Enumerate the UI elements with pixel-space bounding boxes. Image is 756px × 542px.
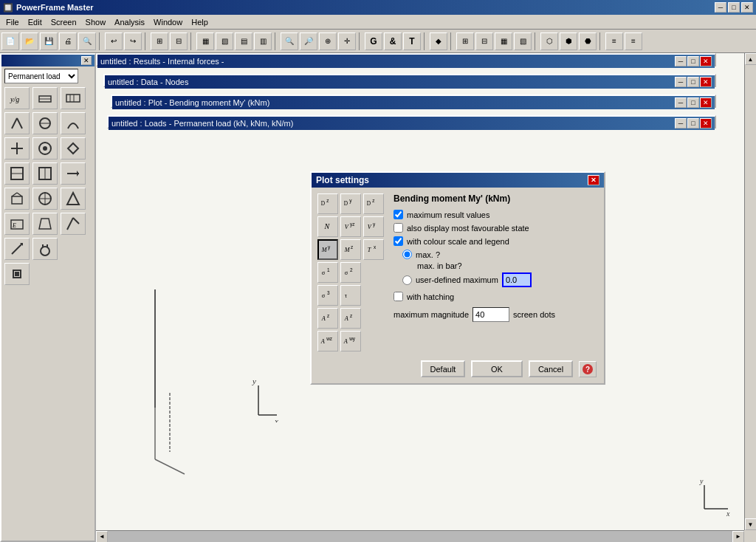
toolbar-print[interactable]: 🖨 <box>59 32 77 50</box>
tool-btn-2[interactable] <box>32 87 58 109</box>
toolbar-node[interactable]: ◆ <box>430 32 447 50</box>
tool-btn-16[interactable]: Ε <box>4 213 30 235</box>
mdi-min-plot[interactable]: ─ <box>675 97 687 108</box>
dlg-icon-awy1[interactable]: Awy <box>340 331 361 351</box>
mdi-min-data[interactable]: ─ <box>675 77 687 87</box>
toolbar-frame2[interactable]: ▧ <box>216 32 233 50</box>
toolbar-grid[interactable]: ⊞ <box>151 32 168 50</box>
toolbar-x2[interactable]: ≡ <box>625 32 642 50</box>
menu-screen[interactable]: Screen <box>47 16 81 28</box>
tool-btn-8[interactable] <box>32 137 58 159</box>
toolbar-snap[interactable]: ⊟ <box>170 32 188 50</box>
tool-btn-5[interactable] <box>32 112 58 134</box>
mdi-max-loads[interactable]: □ <box>687 118 699 128</box>
toolbar-extra1[interactable]: ⬡ <box>540 32 558 50</box>
tool-btn-1[interactable]: y/g <box>4 87 30 109</box>
toolbar-extra2[interactable]: ⬢ <box>560 32 577 50</box>
toolbar-undo[interactable]: ↩ <box>105 32 123 50</box>
toolbar-x1[interactable]: ≡ <box>605 32 623 50</box>
tool-btn-4[interactable] <box>4 112 30 134</box>
toolbar-zoom-in[interactable]: 🔍 <box>281 32 298 50</box>
checkbox-max-results-input[interactable] <box>394 210 403 219</box>
toolbar-zoom-out[interactable]: 🔎 <box>300 32 317 50</box>
toolbar-pan[interactable]: ✛ <box>338 32 356 50</box>
maximize-button[interactable]: □ <box>728 2 740 13</box>
toolbar-t[interactable]: T <box>403 32 421 50</box>
tool-btn-21[interactable] <box>4 263 30 285</box>
mdi-close-plot[interactable]: ✕ <box>700 97 712 108</box>
dlg-icon-tx[interactable]: Tx <box>363 239 384 260</box>
toolbar-more3[interactable]: ▦ <box>495 32 512 50</box>
tool-btn-11[interactable] <box>32 162 58 185</box>
menu-help[interactable]: Help <box>187 16 213 28</box>
toolbar-new[interactable]: 📄 <box>1 32 19 50</box>
checkbox-favourable-input[interactable] <box>394 223 403 233</box>
tool-btn-7[interactable] <box>4 137 30 159</box>
mdi-max-results[interactable]: □ <box>687 56 699 66</box>
menu-edit[interactable]: Edit <box>24 16 47 28</box>
radio-max-input[interactable] <box>402 250 412 259</box>
tool-btn-15[interactable] <box>61 188 86 210</box>
radio-user-defined-input[interactable] <box>402 275 412 285</box>
vertical-scrollbar[interactable]: ▲ ▼ <box>744 53 756 530</box>
toolbar-frame[interactable]: ▦ <box>196 32 214 50</box>
default-button[interactable]: Default <box>421 360 465 377</box>
dlg-icon-r1[interactable]: σ3 <box>317 285 338 306</box>
dlg-icon-vyz[interactable]: Vyz <box>340 216 361 237</box>
panel-close-button[interactable]: ✕ <box>81 56 92 65</box>
dlg-icon-r2[interactable]: τ <box>340 285 361 306</box>
dlg-icon-my[interactable]: My <box>317 239 338 260</box>
close-button[interactable]: ✕ <box>741 2 753 13</box>
menu-show[interactable]: Show <box>81 16 111 28</box>
dlg-icon-az1[interactable]: Az <box>317 308 338 329</box>
dlg-icon-mz[interactable]: Mz <box>340 239 361 260</box>
tool-btn-6[interactable] <box>61 112 86 134</box>
tool-btn-20[interactable] <box>32 238 58 260</box>
magnitude-input[interactable] <box>472 307 509 322</box>
tool-btn-10[interactable] <box>4 162 30 185</box>
mdi-close-results[interactable]: ✕ <box>700 56 712 66</box>
menu-analysis[interactable]: Analysis <box>110 16 149 28</box>
mdi-min-results[interactable]: ─ <box>675 56 687 66</box>
menu-file[interactable]: File <box>1 16 24 28</box>
mdi-close-loads[interactable]: ✕ <box>700 118 712 128</box>
toolbar-open[interactable]: 📂 <box>21 32 38 50</box>
scroll-right-button[interactable]: ► <box>732 531 744 543</box>
scroll-left-button[interactable]: ◄ <box>96 531 108 543</box>
toolbar-more2[interactable]: ⊟ <box>475 32 493 50</box>
horizontal-scrollbar[interactable]: ◄ ► <box>96 530 744 542</box>
mdi-max-data[interactable]: □ <box>687 77 699 87</box>
dlg-icon-dy1[interactable]: Dy <box>340 193 361 214</box>
tool-btn-13[interactable] <box>4 188 30 210</box>
tool-btn-19[interactable] <box>4 238 30 260</box>
toolbar-preview[interactable]: 🔍 <box>78 32 96 50</box>
scroll-up-button[interactable]: ▲ <box>745 53 757 65</box>
mdi-min-loads[interactable]: ─ <box>675 118 687 128</box>
toolbar-g[interactable]: G <box>365 32 382 50</box>
help-icon-button[interactable]: ? <box>579 361 597 377</box>
toolbar-more1[interactable]: ⊞ <box>456 32 474 50</box>
dlg-icon-s1[interactable]: σ1 <box>317 262 338 283</box>
tool-btn-18[interactable] <box>61 213 86 235</box>
toolbar-amp[interactable]: & <box>384 32 402 50</box>
dialog-close-button[interactable]: ✕ <box>588 175 599 185</box>
dlg-icon-dz2[interactable]: Dz <box>363 193 384 214</box>
toolbar-save[interactable]: 💾 <box>40 32 58 50</box>
load-type-dropdown[interactable]: Permanent load Variable load Wind load <box>4 69 78 83</box>
tool-btn-17[interactable] <box>32 213 58 235</box>
mdi-max-plot[interactable]: □ <box>687 97 699 108</box>
cancel-button[interactable]: Cancel <box>529 360 573 377</box>
toolbar-more4[interactable]: ▧ <box>514 32 532 50</box>
toolbar-zoom-area[interactable]: ⊕ <box>319 32 337 50</box>
dlg-icon-vy[interactable]: Vy <box>363 216 384 237</box>
checkbox-colour-scale-input[interactable] <box>394 236 403 246</box>
toolbar-frame3[interactable]: ▤ <box>235 32 252 50</box>
ok-button[interactable]: OK <box>471 360 523 377</box>
scroll-down-button[interactable]: ▼ <box>745 518 757 530</box>
user-defined-value-input[interactable] <box>502 272 532 287</box>
toolbar-redo[interactable]: ↪ <box>124 32 142 50</box>
dlg-icon-az2[interactable]: Az <box>340 308 361 329</box>
dlg-icon-n[interactable]: N <box>317 216 338 237</box>
dlg-icon-awz1[interactable]: Awz <box>317 331 338 351</box>
toolbar-frame4[interactable]: ▥ <box>254 32 272 50</box>
